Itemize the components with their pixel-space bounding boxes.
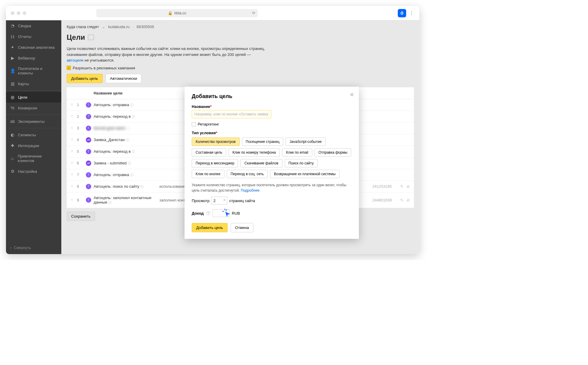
refresh-icon[interactable]: ⟳: [252, 11, 255, 15]
drag-handle-icon[interactable]: ⠿: [71, 161, 77, 165]
drag-handle-icon[interactable]: ⠿: [71, 103, 77, 106]
drag-handle-icon[interactable]: ⠿: [71, 185, 77, 188]
type-pill-5[interactable]: Клик по email: [282, 148, 312, 157]
sidebar-item-1[interactable]: ⫿⫿Отчеты: [6, 31, 61, 42]
sidebar-item-9[interactable]: ◐Сегменты: [6, 129, 61, 140]
drag-handle-icon[interactable]: ⠿: [71, 115, 77, 118]
domain-text: kudakuda.ru: [108, 25, 130, 29]
retargeting-row: Ретаргетинг: [192, 122, 352, 126]
autogoals-link[interactable]: автоцели: [67, 58, 83, 62]
sidebar-item-0[interactable]: ◔Сводка: [6, 20, 61, 31]
type-pill-3[interactable]: Составная цель: [192, 148, 226, 157]
goal-type-icon: !: [86, 149, 94, 154]
auto-goals-button[interactable]: Автоматически: [106, 74, 142, 83]
views-input[interactable]: [211, 197, 227, 204]
sidebar-item-7[interactable]: %Конверсии: [6, 103, 61, 113]
row-number: 5: [77, 149, 86, 154]
sidebar-item-label: Настройка: [18, 169, 37, 174]
drag-handle-icon[interactable]: ⠿: [71, 150, 77, 153]
income-input[interactable]: [213, 209, 229, 217]
browser-menu-icon[interactable]: ⋮: [409, 10, 415, 16]
goal-type-icon: !: [86, 197, 94, 203]
sidebar-item-5[interactable]: ▥Карты: [6, 78, 61, 89]
bar-chart-icon: ⫿⫿: [10, 34, 15, 39]
close-icon[interactable]: ✕: [350, 91, 354, 98]
drag-handle-icon[interactable]: ⠿: [71, 138, 77, 141]
goal-name: blurred goal name ⓘ: [94, 126, 159, 131]
checkbox-checked-icon[interactable]: ✓: [67, 66, 71, 70]
flame-icon: ♨: [10, 156, 15, 161]
page-description: Цели позволяют отслеживать важные событи…: [61, 46, 271, 65]
ab-icon: ab: [10, 119, 15, 124]
drag-handle-icon[interactable]: ⠿: [71, 126, 77, 130]
save-button[interactable]: Сохранить: [67, 212, 95, 221]
sidebar-item-12[interactable]: ⚙Настройка: [6, 166, 61, 177]
type-pill-6[interactable]: Отправка формы: [315, 148, 351, 157]
type-pill-7[interactable]: Переход в мессенджер: [192, 159, 238, 167]
delete-icon[interactable]: ⊘: [406, 198, 410, 202]
sidebar-collapse[interactable]: ‹ Свернуть: [6, 241, 61, 254]
sidebar-item-3[interactable]: ▶Вебвизор: [6, 53, 61, 63]
delete-icon[interactable]: ⊘: [406, 184, 410, 189]
project-name[interactable]: Куда глаза глядят: [67, 25, 99, 29]
goal-type-icon: !: [86, 114, 94, 119]
edit-icon[interactable]: ✎: [400, 184, 403, 189]
drag-handle-icon[interactable]: ⠿: [71, 173, 77, 176]
name-label: Название*: [192, 104, 352, 109]
sidebar-item-label: Сквозная аналитика: [18, 45, 55, 50]
type-pill-12[interactable]: Возвращение из платежной системы: [270, 170, 339, 178]
sidebar-item-10[interactable]: ✚Интеграции: [6, 140, 61, 151]
goal-name: Автоцель: переход в ⓘ: [94, 149, 159, 154]
sidebar-item-11[interactable]: ♨Привлечение клиентов: [6, 151, 61, 166]
browser-window: 🔒 tilda.cc ⟳ ó ⋮ ◔Сводка⫿⫿Отчеты✦Сквозна…: [6, 6, 419, 254]
sidebar-item-label: Отчеты: [18, 34, 31, 39]
goal-type-icon: !: [86, 184, 94, 189]
type-pill-9[interactable]: Поиск по сайту: [285, 159, 318, 167]
type-pill-1[interactable]: Посещение страниц: [242, 138, 284, 146]
sidebar-item-label: Конверсии: [18, 106, 37, 110]
retargeting-label: Ретаргетинг: [198, 122, 219, 126]
type-pill-11[interactable]: Переход в соц. сеть: [227, 170, 268, 178]
chevron-down-icon[interactable]: ⌄: [102, 25, 105, 29]
help-book-icon[interactable]: [88, 35, 94, 40]
drag-handle-icon[interactable]: ⠿: [71, 198, 77, 202]
gear-icon: ⚙: [10, 169, 15, 174]
checkbox-icon[interactable]: [192, 122, 196, 126]
sidebar-item-6[interactable]: ◎Цели: [6, 92, 61, 103]
edit-icon[interactable]: ✎: [400, 198, 403, 202]
modal-cancel-button[interactable]: Отмена: [231, 223, 254, 232]
modal-submit-button[interactable]: Добавить цель: [192, 223, 228, 232]
add-goal-button[interactable]: Добавить цель: [67, 74, 103, 83]
sidebar-item-label: Вебвизор: [18, 56, 35, 60]
button-row: Добавить цель Автоматически: [61, 73, 419, 87]
sidebar-item-8[interactable]: abЭксперименты: [6, 116, 61, 127]
type-pill-4[interactable]: Клик по номеру телефона: [229, 148, 280, 157]
currency-label: RUB: [232, 211, 240, 216]
address-bar[interactable]: 🔒 tilda.cc ⟳: [96, 9, 258, 17]
extension-icon[interactable]: ó: [398, 9, 406, 17]
sidebar-item-label: Эксперименты: [18, 119, 45, 124]
type-pill-0[interactable]: Количество просмотров: [192, 138, 240, 146]
type-pill-10[interactable]: Клик по кнопке: [192, 170, 224, 178]
counter-id: 66305509: [137, 25, 154, 29]
add-goal-modal: ✕ Добавить цель Название* Ретаргетинг Ти…: [185, 87, 359, 239]
person-icon: 👤: [10, 68, 15, 73]
views-prefix: Просмотр: [192, 198, 209, 203]
goal-name-input[interactable]: [192, 110, 271, 118]
goal-id: 244801638: [359, 198, 392, 202]
type-pill-8[interactable]: Скачивание файлов: [240, 159, 282, 167]
percent-icon: %: [10, 106, 15, 110]
traffic-lights[interactable]: [11, 11, 26, 15]
sidebar-item-2[interactable]: ✦Сквозная аналитика: [6, 42, 61, 53]
learn-more-link[interactable]: Подробнее: [241, 188, 259, 193]
sidebar-item-4[interactable]: 👤Посетители и клиенты: [6, 63, 61, 78]
income-row: Доход ? RUB: [192, 209, 352, 217]
row-actions: ✎⊘: [392, 198, 410, 202]
info-icon[interactable]: ?: [206, 211, 210, 215]
row-number: 1: [77, 103, 86, 107]
type-label: Тип условия*: [192, 131, 352, 135]
type-pill-2[interactable]: JavaScript-событие: [286, 138, 325, 146]
sidebar-item-label: Посетители и клиенты: [18, 66, 57, 75]
goal-name: Автоцель: заполнил контактные данные ⓘ: [94, 196, 159, 205]
collapse-label: Свернуть: [14, 245, 31, 250]
